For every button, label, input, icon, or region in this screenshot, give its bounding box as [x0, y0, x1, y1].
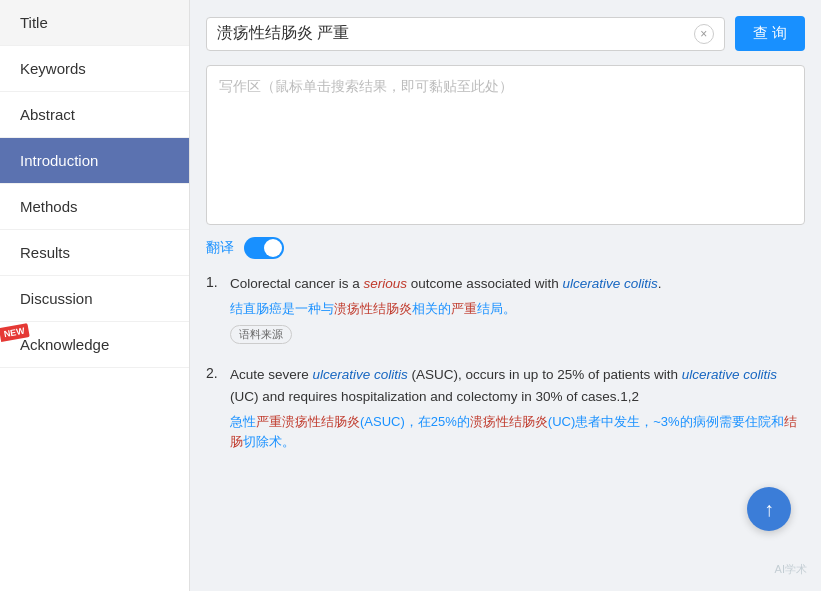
main-content: × 查 询 写作区（鼠标单击搜索结果，即可黏贴至此处） 翻译 1.Colorec… — [190, 0, 821, 591]
result-number: 1. — [206, 273, 222, 344]
result-zh: 结直肠癌是一种与溃疡性结肠炎相关的严重结局。 — [230, 299, 805, 320]
sidebar-item-discussion[interactable]: Discussion — [0, 276, 189, 322]
result-content[interactable]: Colorectal cancer is a serious outcome a… — [230, 273, 805, 344]
search-input[interactable] — [217, 25, 694, 43]
translate-toggle[interactable] — [244, 237, 284, 259]
search-button[interactable]: 查 询 — [735, 16, 805, 51]
result-item-2: 2.Acute severe ulcerative colitis (ASUC)… — [206, 364, 805, 457]
search-bar: × 查 询 — [206, 16, 805, 51]
results-list: 1.Colorectal cancer is a serious outcome… — [206, 273, 805, 457]
new-badge: NEW — [0, 323, 30, 342]
search-input-wrapper: × — [206, 17, 725, 51]
result-zh: 急性严重溃疡性结肠炎(ASUC)，在25%的溃疡性结肠炎(UC)患者中发生，~3… — [230, 412, 805, 454]
sidebar: TitleKeywordsAbstractIntroductionMethods… — [0, 0, 190, 591]
sidebar-item-abstract[interactable]: Abstract — [0, 92, 189, 138]
writing-area[interactable]: 写作区（鼠标单击搜索结果，即可黏贴至此处） — [206, 65, 805, 225]
result-number: 2. — [206, 364, 222, 457]
scroll-up-button[interactable]: ↑ — [747, 487, 791, 531]
translate-label: 翻译 — [206, 239, 234, 257]
sidebar-item-title[interactable]: Title — [0, 0, 189, 46]
clear-button[interactable]: × — [694, 24, 714, 44]
source-badge[interactable]: 语料来源 — [230, 325, 292, 344]
sidebar-item-keywords[interactable]: Keywords — [0, 46, 189, 92]
result-en: Colorectal cancer is a serious outcome a… — [230, 273, 805, 295]
sidebar-item-introduction[interactable]: Introduction — [0, 138, 189, 184]
result-en: Acute severe ulcerative colitis (ASUC), … — [230, 364, 805, 407]
watermark: AI学术 — [775, 562, 807, 577]
sidebar-item-acknowledge[interactable]: NEWAcknowledge — [0, 322, 189, 368]
result-content[interactable]: Acute severe ulcerative colitis (ASUC), … — [230, 364, 805, 457]
sidebar-item-results[interactable]: Results — [0, 230, 189, 276]
translate-row: 翻译 — [206, 237, 805, 259]
result-item-1: 1.Colorectal cancer is a serious outcome… — [206, 273, 805, 344]
sidebar-item-methods[interactable]: Methods — [0, 184, 189, 230]
